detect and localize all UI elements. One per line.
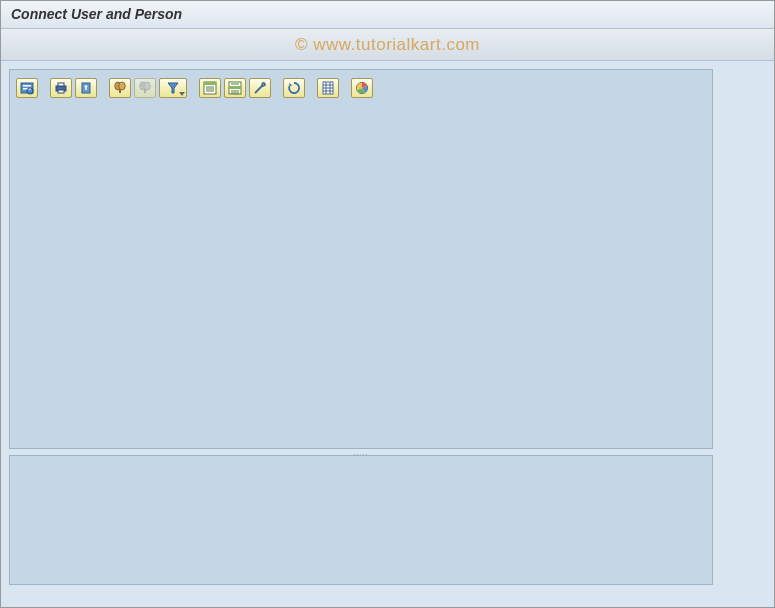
alv-toolbar: [16, 76, 706, 100]
svg-rect-8: [85, 86, 86, 90]
find-icon: [113, 81, 127, 95]
sum-icon: [203, 81, 217, 95]
spreadsheet-icon: [321, 81, 335, 95]
svg-point-10: [119, 82, 125, 90]
svg-rect-21: [229, 86, 241, 89]
svg-rect-14: [144, 89, 146, 93]
svg-rect-16: [204, 82, 216, 85]
refresh-icon: [287, 81, 301, 95]
page-title: Connect User and Person: [11, 6, 182, 22]
layout-settings-button[interactable]: [249, 78, 271, 98]
find-next-button: [134, 78, 156, 98]
bottom-panel: [9, 455, 713, 585]
chart-icon: [355, 81, 369, 95]
excel-button[interactable]: [317, 78, 339, 98]
svg-rect-11: [119, 89, 121, 93]
print-icon: [54, 81, 68, 95]
print-button[interactable]: [50, 78, 72, 98]
details-button[interactable]: [16, 78, 38, 98]
svg-rect-5: [58, 83, 64, 86]
main-panel: [9, 69, 713, 449]
dropdown-arrow-icon: [179, 92, 185, 96]
sub-toolbar: © www.tutorialkart.com: [1, 29, 774, 61]
filter-icon: [166, 81, 180, 95]
graphic-button[interactable]: [351, 78, 373, 98]
subtotal-icon: [228, 81, 242, 95]
find-next-icon: [138, 81, 152, 95]
export-button[interactable]: [75, 78, 97, 98]
wrench-icon: [253, 81, 267, 95]
splitter-handle-icon: .....: [354, 449, 369, 456]
subtotal-button[interactable]: [224, 78, 246, 98]
find-button[interactable]: [109, 78, 131, 98]
refresh-button[interactable]: [283, 78, 305, 98]
svg-point-13: [144, 82, 150, 90]
filter-button[interactable]: [159, 78, 187, 98]
svg-rect-6: [58, 90, 64, 93]
details-icon: [20, 81, 34, 95]
watermark-text: © www.tutorialkart.com: [295, 35, 480, 55]
sum-button[interactable]: [199, 78, 221, 98]
title-bar: Connect User and Person: [1, 1, 774, 29]
content-wrapper: .....: [1, 61, 721, 593]
svg-rect-1: [23, 85, 31, 87]
export-icon: [79, 81, 93, 95]
